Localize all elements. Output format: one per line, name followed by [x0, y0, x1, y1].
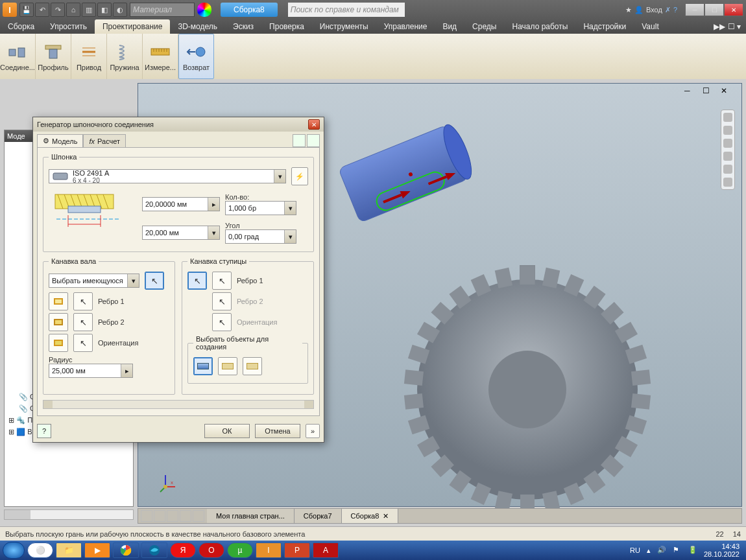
- task-powerpoint-icon[interactable]: P: [284, 542, 310, 558]
- menu-tab[interactable]: Надстройки: [575, 19, 634, 34]
- task-opera-icon[interactable]: O: [199, 542, 224, 558]
- dialog-close-button[interactable]: ✕: [308, 119, 320, 130]
- star-icon[interactable]: ★: [625, 6, 632, 14]
- edge2-pick-button[interactable]: [73, 313, 93, 331]
- login-link[interactable]: Вход: [646, 6, 662, 14]
- window-minimize-button[interactable]: ─: [685, 3, 704, 16]
- tray-battery-icon[interactable]: 🔋: [688, 546, 697, 555]
- task-media-icon[interactable]: ▶: [84, 542, 110, 558]
- radius-combo[interactable]: 25,000 мм▸: [49, 364, 133, 378]
- hub-pick4-button[interactable]: [212, 313, 232, 331]
- dialog-scrollbar[interactable]: [43, 400, 314, 409]
- tab-model[interactable]: ⚙Модель: [37, 134, 83, 147]
- length2-combo[interactable]: 20,000 мм▾: [142, 226, 220, 240]
- qat-home-icon[interactable]: ⌂: [66, 3, 80, 17]
- nav-home-icon[interactable]: [723, 113, 732, 122]
- tab-tool-2[interactable]: [307, 134, 320, 147]
- menu-tab[interactable]: Начало работы: [505, 19, 576, 34]
- active-doc-tab[interactable]: Сборка8: [221, 3, 278, 17]
- tab-calc[interactable]: fxРасчет: [83, 134, 126, 147]
- angle-combo[interactable]: 0,00 град▾: [225, 229, 296, 244]
- tray-flag-icon[interactable]: ⚑: [673, 546, 682, 555]
- ribbon-connect-button[interactable]: Соедине...: [0, 34, 36, 79]
- shaft-pick-button[interactable]: [145, 272, 164, 290]
- material-combo[interactable]: Материал: [130, 3, 195, 17]
- dialog-titlebar[interactable]: Генератор шпоночного соединения ✕: [33, 117, 324, 132]
- viewport-minimize-button[interactable]: ─: [684, 86, 703, 98]
- navigation-bar[interactable]: [721, 110, 735, 190]
- shaft-opt3-button[interactable]: [49, 334, 68, 352]
- hub-pick3-button[interactable]: [212, 292, 232, 310]
- menu-tab[interactable]: Сборка: [0, 19, 42, 34]
- menu-tab-active[interactable]: Проектирование: [95, 19, 171, 34]
- viewport-close-button[interactable]: ✕: [721, 86, 739, 98]
- qat-help-icon[interactable]: ◐: [113, 3, 127, 17]
- qty-combo[interactable]: 1,000 бр▾: [225, 201, 296, 215]
- menu-tab[interactable]: Инструменты: [312, 19, 376, 34]
- doc-tab-active[interactable]: Сборка8✕: [342, 509, 399, 523]
- dialog-help-button[interactable]: ?: [37, 424, 51, 438]
- create-opt1-button[interactable]: [193, 357, 213, 375]
- ribbon-drive-button[interactable]: Привод: [71, 34, 107, 79]
- tray-network-icon[interactable]: 🔊: [657, 546, 666, 555]
- task-chrome-icon[interactable]: [113, 542, 139, 558]
- key-standard-combo[interactable]: ISO 2491 A 6 x 4 - 20 ▾: [49, 169, 286, 183]
- help-icon[interactable]: ?: [673, 6, 677, 14]
- ribbon-measure-button[interactable]: Измере...: [143, 34, 178, 79]
- task-inventor-icon[interactable]: I: [256, 542, 282, 558]
- x-icon[interactable]: ✗: [665, 6, 671, 14]
- doc-tab[interactable]: Сборка7: [295, 509, 342, 523]
- length1-combo[interactable]: 20,00000 мм▸: [142, 197, 220, 211]
- menu-tab[interactable]: Эскиз: [225, 19, 261, 34]
- shaft-opt2-button[interactable]: [49, 313, 68, 331]
- hub-pick2-button[interactable]: [212, 272, 232, 290]
- tab-tool-1[interactable]: [293, 134, 306, 147]
- shaft-select-combo[interactable]: Выбрать имеющуюся▾: [49, 274, 139, 288]
- edge1-pick-button[interactable]: [73, 292, 93, 310]
- chevron-down-icon[interactable]: ▾: [274, 170, 285, 183]
- ribbon-return-button[interactable]: Возврат: [178, 34, 214, 79]
- tray-arrow-icon[interactable]: ▴: [647, 546, 651, 555]
- task-acrobat-icon[interactable]: A: [313, 542, 339, 558]
- menu-tab[interactable]: Вид: [435, 19, 464, 34]
- task-yandex-icon[interactable]: ⚪: [27, 542, 53, 558]
- menu-tab[interactable]: Управление: [376, 19, 435, 34]
- shaft-opt1-button[interactable]: [49, 292, 68, 310]
- dialog-more-button[interactable]: »: [306, 424, 320, 438]
- task-explorer-icon[interactable]: 📁: [56, 542, 82, 558]
- qat-open-icon[interactable]: ▥: [82, 3, 96, 17]
- bolt-button[interactable]: ⚡: [291, 167, 308, 185]
- lang-indicator[interactable]: RU: [630, 546, 640, 554]
- menu-tab[interactable]: Среды: [464, 19, 504, 34]
- doc-tab[interactable]: Моя главная стран...: [207, 509, 295, 523]
- create-opt2-button[interactable]: [218, 357, 237, 375]
- ok-button[interactable]: ОК: [204, 424, 250, 438]
- hub-pick1-button[interactable]: [187, 272, 207, 290]
- appearance-icon[interactable]: [197, 3, 211, 17]
- window-close-button[interactable]: ✕: [724, 3, 743, 16]
- nav-zoom-icon[interactable]: [723, 152, 732, 161]
- menu-overflow[interactable]: ▶▶ ☐ ▾: [708, 19, 746, 34]
- start-button[interactable]: [3, 542, 25, 559]
- task-yandex2-icon[interactable]: Я: [170, 542, 196, 558]
- nav-pan-icon[interactable]: [723, 139, 732, 148]
- menu-tab[interactable]: Vault: [634, 19, 666, 34]
- create-opt3-button[interactable]: [243, 357, 262, 375]
- ribbon-profile-button[interactable]: Профиль: [36, 34, 71, 79]
- doc-tab-tools[interactable]: [138, 510, 207, 522]
- orient-pick-button[interactable]: [73, 334, 93, 352]
- qat-select-icon[interactable]: ◧: [97, 3, 112, 17]
- search-input[interactable]: Поиск по справке и командам: [288, 3, 405, 17]
- menu-tab[interactable]: Проверка: [261, 19, 312, 34]
- tray-clock[interactable]: 14:43 28.10.2022: [704, 542, 740, 558]
- nav-cube-icon[interactable]: [723, 178, 732, 187]
- browser-scrollbar[interactable]: [4, 509, 134, 520]
- menu-tab[interactable]: Упростить: [42, 19, 95, 34]
- task-utorrent-icon[interactable]: µ: [227, 542, 253, 558]
- nav-orbit-icon[interactable]: [723, 126, 732, 135]
- cancel-button[interactable]: Отмена: [255, 424, 300, 438]
- viewport-maximize-button[interactable]: ☐: [703, 86, 721, 98]
- menu-tab[interactable]: 3D-модель: [170, 19, 225, 34]
- nav-look-icon[interactable]: [723, 165, 732, 174]
- tab-close-icon[interactable]: ✕: [383, 512, 389, 520]
